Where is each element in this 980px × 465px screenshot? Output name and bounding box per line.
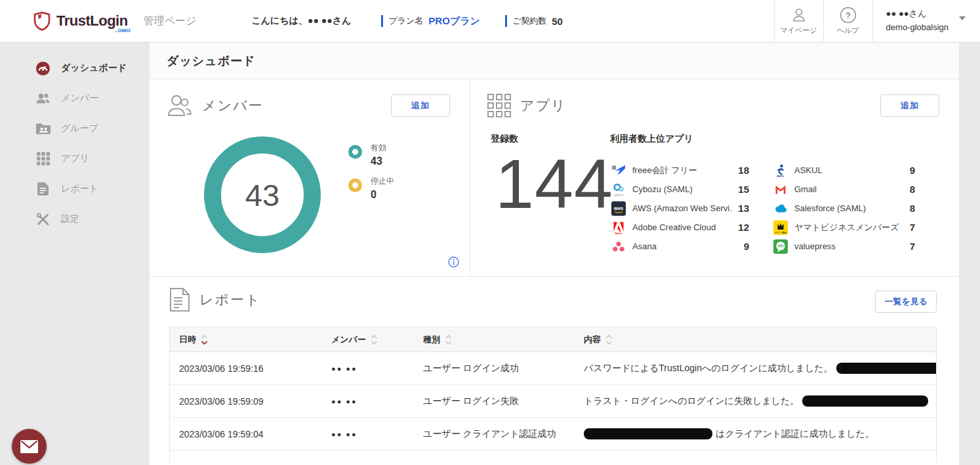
app-name: freee会計 フリー	[632, 165, 731, 176]
svg-text:ヤマト運輸: ヤマト運輸	[775, 231, 787, 234]
account-menu[interactable]: ●● ●●さん demo-globalsign	[872, 0, 980, 42]
reports-section: レポート 一覧を見る 日時メンバー種別内容 2023/03/06 19:59:1…	[150, 276, 959, 464]
table-row[interactable]: 2023/03/06 19:59:04●● ●●ユーザー クライアント認証成功は…	[170, 418, 936, 451]
sidebar-item-reports[interactable]: レポート	[0, 174, 150, 204]
column-header[interactable]: 日時	[170, 334, 322, 346]
account-id: demo-globalsign	[886, 21, 949, 35]
top-apps-label: 利用者数上位アプリ	[610, 133, 693, 145]
table-row[interactable]: 2023/03/06 19:59:16●● ●●ユーザー ログイン成功パスワード…	[170, 352, 936, 385]
app-user-count: 18	[738, 165, 749, 176]
app-user-count: 12	[738, 222, 749, 233]
sidebar-item-settings[interactable]: 設定	[0, 204, 150, 234]
app-usage-item[interactable]: Asana9	[611, 237, 749, 256]
column-header[interactable]: メンバー	[322, 334, 414, 346]
registered-count-value: 144	[495, 149, 613, 218]
dashboard-gauge-icon	[35, 62, 51, 75]
main-content: ダッシュボード メンバー 追加 43	[150, 43, 959, 465]
sidebar-nav: ダッシュボードメンバーグループアプリレポート設定	[0, 43, 150, 234]
admin-page-label: 管理ページ	[144, 14, 197, 28]
sidebar-item-label: レポート	[61, 183, 98, 195]
apps-add-button[interactable]: 追加	[880, 94, 939, 117]
column-header-label: 種別	[423, 334, 440, 346]
legend-label: 有効	[371, 142, 386, 153]
redacted-text	[802, 395, 928, 407]
sidebar-item-dashboard[interactable]: ダッシュボード	[0, 53, 150, 83]
chevron-down-icon	[959, 16, 966, 20]
app-name: valuepress	[794, 241, 903, 251]
report-doc-outline-icon	[169, 287, 190, 312]
legend-value: 43	[371, 155, 386, 167]
brand-name: TrustLogin	[56, 12, 128, 29]
info-icon[interactable]	[448, 256, 459, 268]
sort-icons	[201, 334, 208, 345]
app-usage-item[interactable]: ヤマト運輸ヤマトビジネスメンバーズ7	[773, 218, 915, 237]
mypage-button[interactable]: マイページ	[774, 0, 823, 42]
contracts-info: ご契約数 50	[505, 15, 563, 27]
contact-mail-button[interactable]	[12, 429, 47, 464]
app-usage-item[interactable]: awsAWS (Amazon Web Servi…13	[611, 199, 749, 218]
table-row-partial	[170, 451, 936, 462]
app-user-count: 9	[744, 241, 749, 252]
content-text: パスワードによるTrustLoginへのログインに成功しました。	[584, 363, 833, 374]
members-icon	[35, 92, 51, 105]
svg-text:aws: aws	[614, 205, 623, 211]
app-name: ASKUL	[794, 165, 903, 175]
app-name: Salesforce (SAML)	[794, 203, 903, 213]
view-all-reports-button[interactable]: 一覧を見る	[875, 291, 937, 313]
legend-ring-swatch	[348, 145, 362, 159]
app-usage-item[interactable]: Gmail8	[773, 180, 915, 199]
cybozu-icon: cybozu	[611, 182, 626, 197]
redacted-text	[584, 428, 712, 439]
app-user-count: 9	[910, 165, 915, 176]
asana-icon	[611, 239, 626, 254]
mail-icon	[20, 440, 38, 453]
brand-sub-gmo: ..GMO	[115, 28, 131, 33]
sort-icons	[605, 334, 613, 345]
groups-folder-icon	[35, 123, 51, 134]
svg-text:?: ?	[846, 10, 851, 20]
reports-title: レポート	[199, 291, 260, 309]
app-name: Gmail	[794, 184, 903, 194]
table-row[interactable]: 2023/03/06 19:59:09●● ●●ユーザー ログイン失敗トラスト・…	[170, 385, 936, 418]
help-question-icon: ?	[840, 7, 857, 24]
plan-info: プラン名 PROプラン	[381, 15, 480, 28]
column-header[interactable]: 内容	[575, 334, 936, 346]
app-name: ヤマトビジネスメンバーズ	[794, 222, 903, 233]
app-usage-item[interactable]: Salesforce (SAML)8	[773, 199, 915, 218]
aws-icon: aws	[611, 201, 626, 216]
sidebar-item-groups[interactable]: グループ	[0, 113, 150, 144]
person-outline-icon	[790, 7, 807, 24]
members-add-button[interactable]: 追加	[391, 94, 450, 117]
app-name: Cybozu (SAML)	[632, 184, 731, 194]
app-user-count: 15	[738, 184, 749, 195]
members-legend: 有効43停止中0	[348, 142, 394, 209]
sidebar-item-members[interactable]: メンバー	[0, 83, 150, 113]
cell-type: ユーザー ログイン成功	[414, 363, 575, 374]
column-header[interactable]: 種別	[414, 334, 575, 346]
trustlogin-logo[interactable]: TrustLogin ..GMO	[33, 11, 128, 31]
cell-datetime: 2023/03/06 19:59:04	[170, 429, 322, 439]
askul-icon: ASKUL	[773, 163, 788, 178]
cell-type: ユーザー ログイン失敗	[414, 395, 575, 407]
apps-grid-outline-icon	[487, 94, 511, 117]
plan-value: PROプラン	[428, 15, 480, 28]
settings-tools-icon	[35, 212, 51, 226]
app-usage-item[interactable]: cybozuCybozu (SAML)15	[611, 180, 749, 199]
app-name: Adobe Creative Cloud	[632, 222, 731, 232]
app-usage-item[interactable]: ASKULASKUL9	[773, 161, 915, 180]
cell-content: トラスト・ログインへのログインに失敗しました。	[575, 395, 936, 407]
content-text: トラスト・ログインへのログインに失敗しました。	[584, 395, 799, 407]
column-header-label: 日時	[179, 334, 196, 346]
cell-content: はクライアント認証に成功しました。	[575, 428, 936, 440]
app-usage-item[interactable]: AdobeAdobe Creative Cloud12	[611, 218, 749, 237]
gmail-icon	[773, 182, 788, 197]
valuepress-icon: VP/	[773, 239, 788, 254]
account-name: ●● ●●さん	[886, 7, 949, 21]
app-usage-item[interactable]: VP/valuepress7	[773, 237, 915, 256]
legend-item: 停止中0	[348, 176, 394, 201]
app-usage-item[interactable]: freee会計 フリー18	[611, 161, 749, 180]
sidebar-item-apps[interactable]: アプリ	[0, 144, 150, 174]
app-user-count: 8	[910, 203, 915, 214]
help-button[interactable]: ? ヘルプ	[823, 0, 872, 42]
top-apps-list-left: freee会計 フリー18cybozuCybozu (SAML)15awsAWS…	[611, 161, 749, 256]
